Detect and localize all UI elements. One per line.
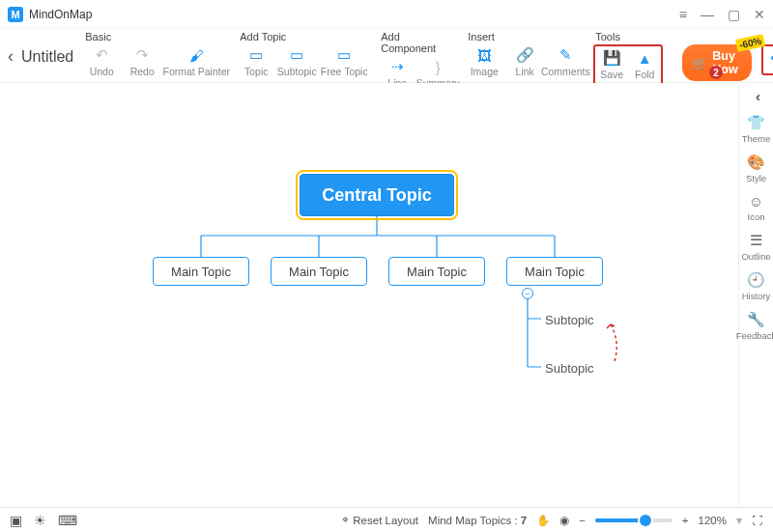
- group-basic-label: Basic: [83, 31, 228, 42]
- main-topic-node[interactable]: Main Topic: [271, 257, 367, 286]
- minimize-button[interactable]: —: [701, 7, 714, 22]
- free-topic-icon: ▭: [335, 46, 353, 64]
- close-button[interactable]: ✕: [754, 7, 765, 22]
- cart-icon: 🛒: [692, 56, 707, 70]
- subtopic-node[interactable]: Subtopic: [545, 361, 603, 376]
- history-tab[interactable]: 🕘History: [742, 271, 771, 301]
- toolbar: ‹ Untitled Basic ↶Undo ↷Redo 🖌Format Pai…: [0, 29, 773, 83]
- style-icon: 🎨: [747, 154, 765, 171]
- subtopic-button[interactable]: ▭Subtopic: [278, 44, 315, 79]
- app-name: MindOnMap: [29, 8, 92, 21]
- topics-count-label: Mind Map Topics : 7: [428, 515, 527, 526]
- group-add-component-label: Add Component: [379, 31, 456, 54]
- maximize-button[interactable]: ▢: [728, 7, 740, 22]
- undo-button[interactable]: ↶Undo: [83, 44, 120, 79]
- mindmap-canvas[interactable]: Central Topic Main Topic Main Topic Main…: [0, 83, 738, 507]
- central-topic-node[interactable]: Central Topic: [300, 174, 454, 216]
- theme-icon: 👕: [747, 114, 765, 131]
- zoom-in-button[interactable]: +: [682, 515, 689, 526]
- reset-layout-button[interactable]: ⌖Reset Layout: [342, 514, 418, 526]
- callout-2: 2: [709, 66, 723, 79]
- reset-icon: ⌖: [342, 514, 349, 526]
- line-icon: ⇢: [388, 58, 406, 75]
- keyboard-button[interactable]: ⌨: [58, 513, 77, 528]
- subtopic-node[interactable]: Subtopic: [545, 313, 603, 327]
- format-painter-icon: 🖌: [187, 46, 205, 64]
- image-button[interactable]: 🖼Image: [466, 44, 502, 79]
- view-button[interactable]: ◉: [559, 514, 569, 527]
- comments-icon: ✎: [557, 46, 574, 64]
- annotation-arrow-icon: [605, 321, 624, 363]
- theme-tab[interactable]: 👕Theme: [742, 114, 771, 144]
- fold-button[interactable]: ▲Fold: [630, 47, 659, 82]
- app-logo-icon: M: [8, 7, 23, 22]
- free-topic-button[interactable]: ▭Free Topic: [319, 44, 369, 79]
- main-topic-node[interactable]: Main Topic: [153, 257, 249, 286]
- subtopic-icon: ▭: [288, 46, 305, 64]
- link-icon: 🔗: [516, 46, 533, 64]
- connectors: [0, 83, 738, 507]
- document-title[interactable]: Untitled: [21, 48, 73, 66]
- pan-tool-button[interactable]: ✋: [536, 514, 550, 527]
- group-tools-label: Tools: [593, 31, 663, 42]
- format-painter-button[interactable]: 🖌Format Painter: [164, 44, 228, 79]
- history-icon: 🕘: [747, 271, 765, 289]
- comments-button[interactable]: ✎Comments: [547, 44, 584, 79]
- link-button[interactable]: 🔗Link: [506, 44, 543, 79]
- brightness-button[interactable]: ☀: [34, 513, 46, 528]
- menu-icon[interactable]: ≡: [679, 7, 687, 22]
- icon-icon: ☺: [749, 193, 763, 210]
- feedback-icon: 🔧: [747, 311, 765, 328]
- style-tab[interactable]: 🎨Style: [746, 154, 766, 183]
- fold-icon: ▲: [636, 49, 653, 67]
- feedback-tab[interactable]: 🔧Feedback: [736, 311, 773, 341]
- outline-tab[interactable]: ☰Outline: [741, 232, 770, 262]
- icon-tab[interactable]: ☺Icon: [748, 193, 765, 222]
- summary-icon: }: [429, 58, 446, 75]
- save-icon: 💾: [603, 49, 620, 67]
- fullscreen-button[interactable]: ⛶: [752, 515, 763, 526]
- redo-button[interactable]: ↷Redo: [124, 44, 160, 79]
- group-add-topic-label: Add Topic: [238, 31, 369, 42]
- zoom-level: 120%: [699, 515, 727, 526]
- zoom-out-button[interactable]: −: [579, 515, 586, 526]
- share-button[interactable]: [769, 50, 773, 70]
- main-topic-node[interactable]: Main Topic: [506, 257, 603, 286]
- save-button[interactable]: 💾Save: [597, 47, 626, 82]
- share-export-box: [761, 44, 773, 75]
- zoom-slider[interactable]: [595, 518, 673, 522]
- collapse-sidebar-button[interactable]: ‹‹: [756, 89, 757, 104]
- collapse-toggle[interactable]: −: [522, 288, 533, 299]
- image-icon: 🖼: [475, 46, 493, 64]
- status-bar: ▣ ☀ ⌨ ⌖Reset Layout Mind Map Topics : 7 …: [0, 507, 773, 532]
- redo-icon: ↷: [133, 46, 151, 64]
- presentation-mode-button[interactable]: ▣: [10, 513, 22, 528]
- main-topic-node[interactable]: Main Topic: [388, 257, 485, 286]
- right-sidebar: ‹‹ 👕Theme 🎨Style ☺Icon ☰Outline 🕘History…: [738, 83, 773, 507]
- tools-highlight-box: 💾Save ▲Fold: [593, 44, 663, 86]
- undo-icon: ↶: [93, 46, 110, 64]
- back-button[interactable]: ‹: [8, 46, 14, 67]
- outline-icon: ☰: [750, 232, 762, 249]
- topic-button[interactable]: ▭Topic: [238, 44, 274, 79]
- title-bar: M MindOnMap ≡ — ▢ ✕: [0, 0, 773, 29]
- topic-icon: ▭: [247, 46, 265, 64]
- group-insert-label: Insert: [466, 31, 584, 42]
